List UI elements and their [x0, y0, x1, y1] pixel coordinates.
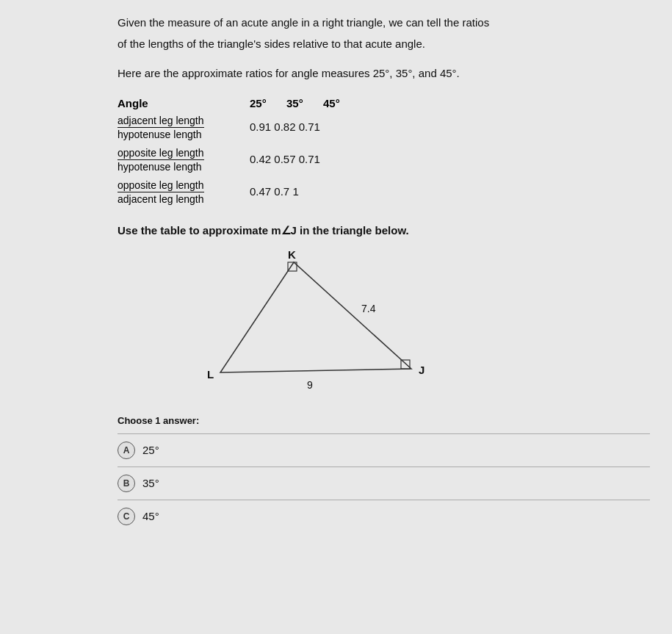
option-letter-c: C [118, 508, 135, 525]
option-letter-a: A [118, 442, 135, 459]
instruction-text: Use the table to approximate m∠J in the … [118, 224, 650, 237]
values-cell-3: 0.47 0.7 1 [250, 176, 360, 208]
vertex-k-label: K [288, 248, 296, 261]
table-row-1: adjacent leg lengthhypotenuse length0.91… [118, 111, 360, 143]
side-kj-label: 7.4 [361, 303, 376, 314]
side-lj-label: 9 [307, 379, 313, 391]
triangle-diagram: K L J 7.4 9 [176, 248, 455, 402]
col-45-header: 45° [323, 94, 360, 111]
denominator-1: hypotenuse length [118, 128, 204, 140]
denominator-2: hypotenuse length [118, 160, 204, 173]
answer-options: A25°B35°C45° [118, 433, 650, 533]
triangle-svg: K L J 7.4 9 [176, 248, 455, 402]
ratio-table: Angle 25° 35° 45° adjacent leg lengthhyp… [118, 94, 360, 208]
numerator-2: opposite leg length [118, 147, 204, 160]
intro-line1: Given the measure of an acute angle in a… [118, 15, 650, 32]
option-value-a: 25° [142, 444, 159, 456]
col-35-header: 35° [286, 94, 323, 111]
fraction-cell-3: opposite leg lengthadjacent leg length [118, 176, 250, 208]
option-value-c: 45° [142, 510, 159, 522]
numerator-1: adjacent leg length [118, 115, 204, 128]
svg-marker-0 [220, 262, 411, 372]
table-row-2: opposite leg lengthhypotenuse length0.42… [118, 143, 360, 176]
fraction-cell-1: adjacent leg lengthhypotenuse length [118, 111, 250, 143]
denominator-3: adjacent leg length [118, 192, 204, 205]
here-text: Here are the approximate ratios for angl… [118, 65, 650, 82]
intro-line2: of the lengths of the triangle's sides r… [118, 36, 650, 53]
choose-label: Choose 1 answer: [118, 415, 650, 426]
values-cell-1: 0.91 0.82 0.71 [250, 111, 360, 143]
numerator-3: opposite leg length [118, 179, 204, 192]
col-angle-header: Angle [118, 94, 250, 111]
answer-option-c[interactable]: C45° [118, 500, 650, 533]
col-25-header: 25° [250, 94, 286, 111]
answer-option-a[interactable]: A25° [118, 433, 650, 467]
table-row-3: opposite leg lengthadjacent leg length0.… [118, 176, 360, 208]
vertex-j-label: J [419, 364, 424, 376]
option-letter-b: B [118, 475, 135, 492]
answer-option-b[interactable]: B35° [118, 467, 650, 500]
values-cell-2: 0.42 0.57 0.71 [250, 143, 360, 176]
vertex-l-label: L [207, 368, 214, 381]
fraction-cell-2: opposite leg lengthhypotenuse length [118, 143, 250, 176]
option-value-b: 35° [142, 477, 159, 489]
